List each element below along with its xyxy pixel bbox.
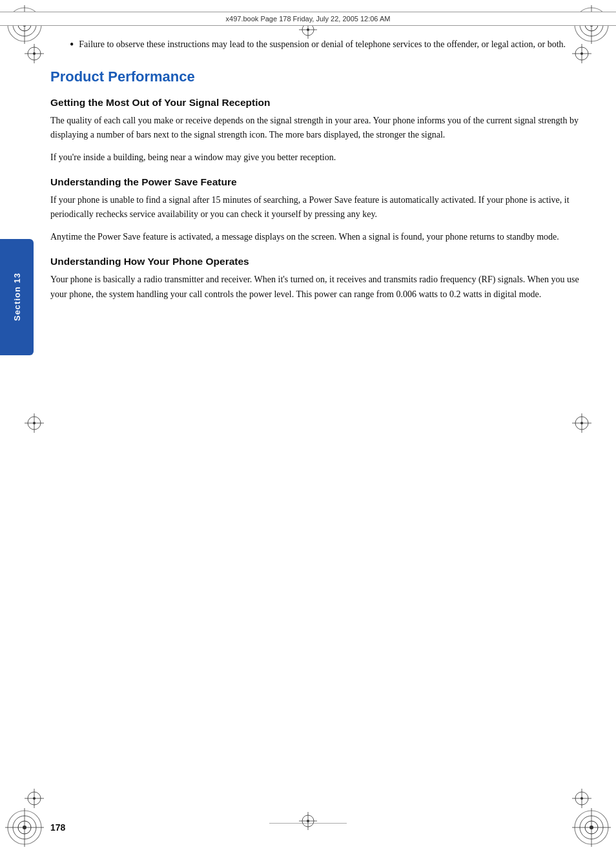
header-bar: x497.book Page 178 Friday, July 22, 2005… [0,12,616,26]
bullet-section: • Failure to observe these instructions … [50,37,580,54]
crosshair-mid-left [25,413,44,433]
section-title: Product Performance [50,68,580,85]
bullet-item: • Failure to observe these instructions … [70,37,580,54]
para-2-2: Anytime the Power Save feature is activa… [50,230,580,244]
page-number: 178 [50,822,65,833]
subheading-1: Getting the Most Out of Your Signal Rece… [50,97,580,109]
section-tab: Section 13 [0,239,34,355]
crosshair-top-left [25,44,44,63]
bullet-text: Failure to observe these instructions ma… [79,37,566,52]
corner-mark-bl [5,808,44,847]
main-content: • Failure to observe these instructions … [50,37,580,800]
crosshair-bottom-center [299,812,317,833]
crosshair-bot-left [25,789,44,808]
corner-mark-br [572,808,611,847]
subheading-3: Understanding How Your Phone Operates [50,256,580,267]
subheading-2: Understanding the Power Save Feature [50,176,580,188]
para-1-1: The quality of each call you make or rec… [50,114,580,143]
para-1-2: If you're inside a building, being near … [50,151,580,165]
para-3-1: Your phone is basically a radio transmit… [50,273,580,302]
para-2-1: If your phone is unable to find a signal… [50,193,580,222]
header-text: x497.book Page 178 Friday, July 22, 2005… [226,15,391,23]
section-tab-label: Section 13 [12,273,22,321]
bullet-dot: • [70,36,74,54]
